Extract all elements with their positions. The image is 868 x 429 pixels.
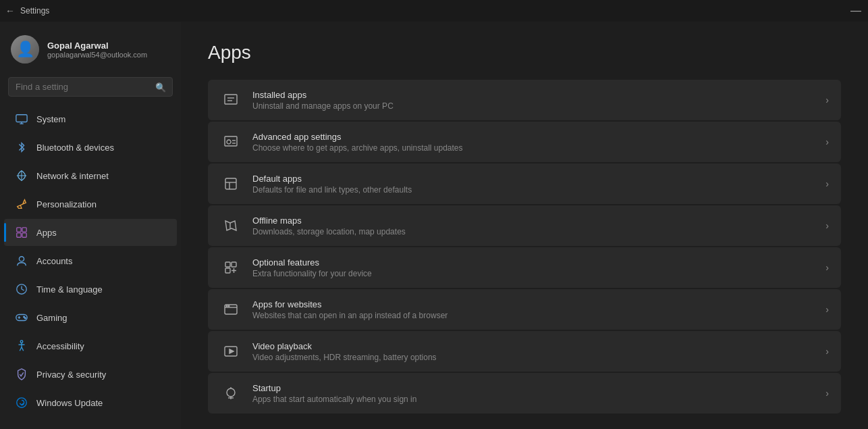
video-playback-desc: Video adjustments, HDR streaming, batter…: [252, 353, 815, 362]
svg-point-24: [17, 398, 26, 407]
offline-maps-text: Offline maps Downloads, storage location…: [252, 216, 815, 236]
offline-maps-icon: [220, 215, 242, 236]
svg-rect-39: [225, 268, 230, 273]
sidebar-item-gaming[interactable]: Gaming: [4, 304, 177, 331]
main-content: Apps Installed apps Uninstall and manage…: [181, 22, 868, 429]
default-apps-desc: Defaults for file and link types, other …: [252, 185, 815, 195]
startup-text: Startup Apps that start automatically wh…: [252, 383, 815, 404]
installed-apps-text: Installed apps Uninstall and manage apps…: [252, 90, 815, 111]
offline-maps-title: Offline maps: [252, 216, 815, 226]
svg-rect-9: [22, 233, 26, 237]
svg-rect-0: [16, 115, 27, 122]
sidebar-item-update[interactable]: Windows Update: [4, 389, 177, 416]
titlebar-left: ← Settings: [5, 5, 49, 16]
startup-title: Startup: [252, 383, 815, 393]
sidebar-item-privacy[interactable]: Privacy & security: [4, 361, 177, 388]
sidebar-item-gaming-label: Gaming: [36, 313, 67, 323]
apps-icon: [15, 226, 28, 239]
apps-websites-icon: [220, 299, 242, 320]
optional-features-desc: Extra functionality for your device: [252, 269, 815, 278]
apps-websites-text: Apps for websites Websites that can open…: [252, 299, 815, 320]
default-apps-arrow: ›: [825, 178, 829, 189]
default-apps-icon: [220, 173, 242, 195]
offline-maps-desc: Downloads, storage location, map updates: [252, 227, 815, 236]
svg-marker-35: [225, 221, 236, 230]
sidebar-item-system-label: System: [36, 114, 65, 124]
search-container: 🔍: [0, 74, 181, 105]
advanced-app-title: Advanced app settings: [252, 132, 815, 142]
sidebar-item-accounts[interactable]: Accounts: [4, 247, 177, 274]
apps-websites-title: Apps for websites: [252, 299, 815, 309]
personalization-icon: [15, 197, 28, 211]
sidebar-item-personalization-label: Personalization: [36, 199, 97, 209]
sidebar-item-bluetooth[interactable]: Bluetooth & devices: [4, 134, 177, 161]
titlebar: ← Settings —: [0, 0, 868, 22]
svg-point-19: [20, 340, 23, 343]
privacy-icon: [15, 368, 28, 381]
app-body: 👤 Gopal Agarwal gopalagarwal54@outlook.c…: [0, 22, 868, 429]
advanced-app-arrow: ›: [825, 136, 829, 147]
avatar: 👤: [11, 35, 39, 64]
svg-rect-32: [225, 178, 236, 189]
sidebar-item-accounts-label: Accounts: [36, 256, 72, 266]
settings-item-default-apps[interactable]: Default apps Defaults for file and link …: [208, 163, 841, 204]
svg-rect-8: [17, 233, 21, 237]
settings-item-video-playback[interactable]: Video playback Video adjustments, HDR st…: [208, 331, 841, 372]
svg-point-18: [25, 318, 26, 319]
sidebar-item-accessibility-label: Accessibility: [36, 341, 84, 351]
svg-point-48: [227, 388, 235, 397]
search-input[interactable]: [8, 77, 173, 97]
svg-rect-38: [232, 262, 236, 267]
advanced-app-icon: [220, 131, 242, 153]
advanced-app-text: Advanced app settings Choose where to ge…: [252, 132, 815, 153]
startup-arrow: ›: [825, 388, 829, 399]
minimize-button[interactable]: —: [852, 7, 860, 15]
sidebar: 👤 Gopal Agarwal gopalagarwal54@outlook.c…: [0, 22, 181, 429]
installed-apps-icon: [220, 89, 242, 111]
sidebar-item-accessibility[interactable]: Accessibility: [4, 332, 177, 359]
sidebar-item-bluetooth-label: Bluetooth & devices: [36, 143, 114, 153]
startup-icon: [220, 382, 242, 404]
user-name: Gopal Agarwal: [47, 41, 147, 51]
sidebar-item-privacy-label: Privacy & security: [36, 370, 106, 380]
accessibility-icon: [15, 339, 28, 353]
svg-rect-6: [17, 228, 21, 232]
system-icon: [15, 112, 28, 126]
settings-item-installed-apps[interactable]: Installed apps Uninstall and manage apps…: [208, 80, 841, 120]
sidebar-item-apps[interactable]: Apps: [4, 219, 177, 246]
page-title: Apps: [208, 42, 841, 64]
user-section[interactable]: 👤 Gopal Agarwal gopalagarwal54@outlook.c…: [0, 22, 181, 74]
sidebar-item-time[interactable]: Time & language: [4, 276, 177, 303]
settings-item-startup[interactable]: Startup Apps that start automatically wh…: [208, 373, 841, 413]
offline-maps-arrow: ›: [825, 220, 829, 231]
network-icon: [15, 169, 28, 182]
installed-apps-title: Installed apps: [252, 90, 815, 100]
back-icon[interactable]: ←: [5, 5, 15, 16]
svg-point-10: [19, 257, 24, 261]
settings-item-offline-maps[interactable]: Offline maps Downloads, storage location…: [208, 205, 841, 246]
video-playback-arrow: ›: [825, 346, 829, 357]
svg-line-23: [22, 347, 24, 351]
svg-marker-47: [229, 349, 234, 353]
apps-websites-arrow: ›: [825, 304, 829, 315]
default-apps-title: Default apps: [252, 174, 815, 184]
sidebar-item-system[interactable]: System: [4, 105, 177, 132]
svg-rect-37: [225, 262, 230, 267]
settings-item-advanced-app[interactable]: Advanced app settings Choose where to ge…: [208, 122, 841, 162]
sidebar-item-network-label: Network & internet: [36, 171, 109, 181]
advanced-app-desc: Choose where to get apps, archive apps, …: [252, 143, 815, 153]
installed-apps-desc: Uninstall and manage apps on your PC: [252, 101, 815, 111]
settings-list: Installed apps Uninstall and manage apps…: [208, 80, 841, 413]
user-info: Gopal Agarwal gopalagarwal54@outlook.com: [47, 41, 147, 59]
svg-line-13: [22, 289, 24, 291]
settings-item-optional-features[interactable]: Optional features Extra functionality fo…: [208, 247, 841, 288]
avatar-icon: 👤: [16, 41, 34, 58]
startup-desc: Apps that start automatically when you s…: [252, 395, 815, 404]
sidebar-item-network[interactable]: Network & internet: [4, 162, 177, 189]
optional-features-title: Optional features: [252, 257, 815, 268]
titlebar-title: Settings: [20, 6, 49, 16]
settings-item-apps-websites[interactable]: Apps for websites Websites that can open…: [208, 289, 841, 330]
sidebar-item-apps-label: Apps: [36, 228, 57, 238]
search-wrapper: 🔍: [8, 77, 173, 97]
sidebar-item-personalization[interactable]: Personalization: [4, 191, 177, 218]
